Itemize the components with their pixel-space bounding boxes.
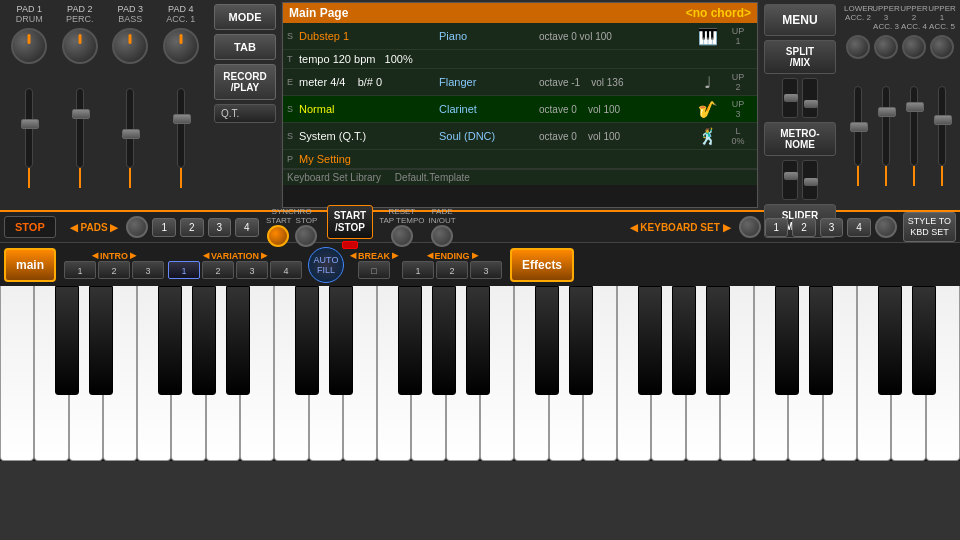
black-key[interactable] xyxy=(535,286,559,395)
black-key[interactable] xyxy=(912,286,936,395)
pad-btn-3[interactable]: 3 xyxy=(208,218,232,237)
pad1-slider[interactable] xyxy=(25,88,33,188)
table-row[interactable]: T tempo 120 bpm 100% xyxy=(283,50,757,69)
rpd3-slider[interactable] xyxy=(910,86,918,186)
white-key-1[interactable] xyxy=(0,286,34,461)
reset-group: RESET TAP TEMPO xyxy=(379,207,424,247)
intro-btn-1[interactable]: 1 xyxy=(64,261,96,279)
black-key[interactable] xyxy=(809,286,833,395)
menu-sliders xyxy=(764,78,836,118)
reset-btn[interactable] xyxy=(391,225,413,247)
rpd2-knob[interactable] xyxy=(874,35,898,59)
break-btn[interactable]: □ xyxy=(358,261,390,279)
fade-btn[interactable] xyxy=(431,225,453,247)
table-row[interactable]: P My Setting xyxy=(283,150,757,169)
var-btn-2[interactable]: 2 xyxy=(202,261,234,279)
var-btn-4[interactable]: 4 xyxy=(270,261,302,279)
menu-slider-1[interactable] xyxy=(782,78,798,118)
main-button[interactable]: main xyxy=(4,248,56,282)
variation-group: VARIATION 1 2 3 4 xyxy=(168,251,302,279)
var-btn-3[interactable]: 3 xyxy=(236,261,268,279)
kbd-btn-4[interactable]: 4 xyxy=(847,218,871,237)
black-key[interactable] xyxy=(706,286,730,395)
metro-slider-1[interactable] xyxy=(782,160,798,200)
black-key[interactable] xyxy=(295,286,319,395)
ending-btn-1[interactable]: 1 xyxy=(402,261,434,279)
table-row[interactable]: S System (Q.T.) Soul (DNC) octave 0 vol … xyxy=(283,123,757,150)
black-key[interactable] xyxy=(775,286,799,395)
pad1-label: PAD 1DRUM xyxy=(7,4,51,24)
variation-row: main INTRO 1 2 3 VARIATION 1 2 3 4 AUTOF… xyxy=(0,242,960,286)
rpd2-label: UPPER 3ACC. 3 xyxy=(872,4,900,31)
pad4-slider[interactable] xyxy=(177,88,185,188)
pad1-knob[interactable] xyxy=(11,28,47,64)
start-stop-button[interactable]: START/STOP xyxy=(327,205,374,239)
kbd-btn-1[interactable]: 1 xyxy=(765,218,789,237)
rpd3-label: UPPER 2ACC. 4 xyxy=(900,4,928,31)
stop-button[interactable]: STOP xyxy=(4,216,56,238)
pads-round-btn[interactable] xyxy=(126,216,148,238)
rpd1-knob[interactable] xyxy=(846,35,870,59)
black-key[interactable] xyxy=(89,286,113,395)
pad2-knob[interactable] xyxy=(62,28,98,64)
ending-btn-3[interactable]: 3 xyxy=(470,261,502,279)
split-mix-button[interactable]: SPLIT/MIX xyxy=(764,40,836,74)
pad4-knob[interactable] xyxy=(163,28,199,64)
black-key[interactable] xyxy=(329,286,353,395)
table-row[interactable]: S Dubstep 1 Piano octave 0 vol 100 🎹 UP1 xyxy=(283,23,757,50)
rpd4-knob[interactable] xyxy=(930,35,954,59)
mode-button[interactable]: MODE xyxy=(214,4,276,30)
qt-button[interactable]: Q.T. xyxy=(214,104,276,123)
black-key[interactable] xyxy=(672,286,696,395)
pad-btn-2[interactable]: 2 xyxy=(180,218,204,237)
black-key[interactable] xyxy=(569,286,593,395)
var-btn-1[interactable]: 1 xyxy=(168,261,200,279)
kbd-btn-3[interactable]: 3 xyxy=(820,218,844,237)
left-pads: PAD 1DRUM PAD 2PERC. PAD 3BASS PAD 4ACC.… xyxy=(0,0,210,210)
rpd1-slider[interactable] xyxy=(854,86,862,186)
menu-slider-2[interactable] xyxy=(802,78,818,118)
black-key[interactable] xyxy=(432,286,456,395)
display-header: Main Page <no chord> xyxy=(283,3,757,23)
black-key[interactable] xyxy=(878,286,902,395)
intro-btn-2[interactable]: 2 xyxy=(98,261,130,279)
display-rows: S Dubstep 1 Piano octave 0 vol 100 🎹 UP1… xyxy=(283,23,757,169)
right-pad-sliders xyxy=(844,65,956,206)
pad4-label: PAD 4ACC. 1 xyxy=(159,4,203,24)
auto-fill-button[interactable]: AUTOFILL xyxy=(308,247,344,283)
style-to-kbd-button[interactable]: STYLE TOKBD SET xyxy=(903,212,956,242)
black-key[interactable] xyxy=(55,286,79,395)
rpd3-knob[interactable] xyxy=(902,35,926,59)
rpd2-slider[interactable] xyxy=(882,86,890,186)
black-key[interactable] xyxy=(192,286,216,395)
ending-btn-2[interactable]: 2 xyxy=(436,261,468,279)
pad3-slider[interactable] xyxy=(126,88,134,188)
pad-btn-1[interactable]: 1 xyxy=(152,218,176,237)
rpd4-slider[interactable] xyxy=(938,86,946,186)
intro-btn-3[interactable]: 3 xyxy=(132,261,164,279)
table-row[interactable]: S Normal Clarinet octave 0 vol 100 🎷 UP3 xyxy=(283,96,757,123)
kbd-round-btn-2[interactable] xyxy=(875,216,897,238)
metronome-button[interactable]: METRO-NOME xyxy=(764,122,836,156)
pad3-knob[interactable] xyxy=(112,28,148,64)
black-key[interactable] xyxy=(398,286,422,395)
top-section: PAD 1DRUM PAD 2PERC. PAD 3BASS PAD 4ACC.… xyxy=(0,0,960,210)
kbd-btn-2[interactable]: 2 xyxy=(792,218,816,237)
black-key[interactable] xyxy=(638,286,662,395)
black-key[interactable] xyxy=(466,286,490,395)
black-key[interactable] xyxy=(158,286,182,395)
break-group: BREAK □ xyxy=(350,251,398,279)
effects-button[interactable]: Effects xyxy=(510,248,574,282)
menu-button[interactable]: MENU xyxy=(764,4,836,36)
tab-button[interactable]: TAB xyxy=(214,34,276,60)
table-row[interactable]: E meter 4/4 b/# 0 Flanger octave -1 vol … xyxy=(283,69,757,96)
display-chord: <no chord> xyxy=(686,6,751,20)
pad-btn-4[interactable]: 4 xyxy=(235,218,259,237)
synchro-stop-btn[interactable] xyxy=(295,225,317,247)
synchro-start-btn[interactable] xyxy=(267,225,289,247)
kbd-round-btn[interactable] xyxy=(739,216,761,238)
record-play-button[interactable]: RECORD/PLAY xyxy=(214,64,276,100)
metro-slider-2[interactable] xyxy=(802,160,818,200)
black-key[interactable] xyxy=(226,286,250,395)
pad2-slider[interactable] xyxy=(76,88,84,188)
